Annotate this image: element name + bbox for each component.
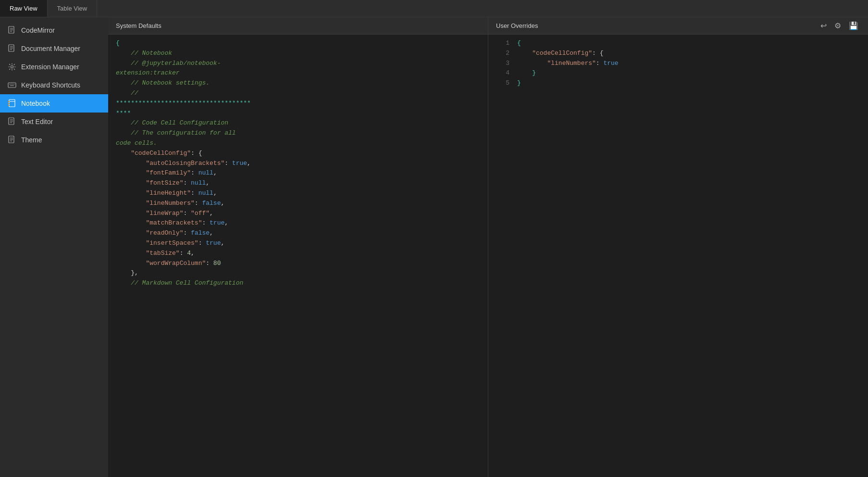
code-line: "matchBrackets": true, <box>108 218 488 228</box>
sidebar-item-extension-manager[interactable]: Extension Manager <box>0 58 108 76</box>
code-line: 1 { <box>488 38 868 49</box>
system-defaults-pane: System Defaults { // Notebook // @jupyte… <box>108 17 488 477</box>
code-line: ************************************ <box>108 99 488 109</box>
sidebar-item-label: Extension Manager <box>21 63 79 71</box>
sidebar-item-label: Theme <box>21 136 42 144</box>
code-line: 5 } <box>488 78 868 88</box>
code-line: extension:tracker <box>108 68 488 78</box>
sidebar-item-theme[interactable]: Theme <box>0 131 108 149</box>
code-line: // The configuration for all <box>108 128 488 138</box>
code-line: code cells. <box>108 138 488 149</box>
code-line: 3 "lineNumbers": true <box>488 59 868 69</box>
file-icon-text <box>8 117 16 126</box>
main-layout: CodeMirror Document Manager Extensio <box>0 17 868 477</box>
code-line: "tabSize": 4, <box>108 249 488 259</box>
code-line: "fontSize": null, <box>108 178 488 188</box>
code-line: }, <box>108 268 488 278</box>
user-overrides-pane: User Overrides ↩ ⚙ 💾 1 { 2 "codeCellC <box>488 17 868 477</box>
code-line: "insertSpaces": true, <box>108 238 488 249</box>
code-line: 2 "codeCellConfig": { <box>488 49 868 59</box>
sidebar-item-keyboard-shortcuts[interactable]: Keyboard Shortcuts <box>0 76 108 94</box>
code-line: "wordWrapColumn": 80 <box>108 259 488 269</box>
system-defaults-editor[interactable]: { // Notebook // @jupyterlab/notebook- e… <box>108 35 488 477</box>
code-line: // Code Cell Configuration <box>108 118 488 128</box>
sidebar-item-label: CodeMirror <box>21 26 55 34</box>
code-line: // Notebook <box>108 49 488 59</box>
undo-button[interactable]: ↩ <box>818 21 829 31</box>
file-icon-theme <box>8 136 16 144</box>
pane-toolbar: ↩ ⚙ 💾 <box>818 21 860 31</box>
settings-button[interactable]: ⚙ <box>832 21 843 31</box>
sidebar-item-label: Notebook <box>21 100 50 107</box>
code-line: **** <box>108 109 488 119</box>
svg-rect-19 <box>8 105 10 106</box>
content-area: System Defaults { // Notebook // @jupyte… <box>108 17 868 477</box>
code-line: { <box>108 38 488 49</box>
code-line: 4 } <box>488 68 868 78</box>
code-line: "fontFamily": null, <box>108 168 488 178</box>
file-icon-doc <box>8 44 16 53</box>
sidebar-item-text-editor[interactable]: Text Editor <box>0 113 108 131</box>
code-line: "lineNumbers": false, <box>108 199 488 209</box>
code-line: // Markdown Cell Configuration <box>108 278 488 289</box>
gear-icon <box>8 63 16 71</box>
notebook-icon <box>8 99 16 108</box>
file-icon <box>8 26 16 35</box>
editor-panes: System Defaults { // Notebook // @jupyte… <box>108 17 868 477</box>
svg-rect-9 <box>8 83 16 88</box>
tab-raw-view[interactable]: Raw View <box>0 0 48 17</box>
sidebar-item-notebook[interactable]: Notebook <box>0 94 108 113</box>
sidebar-item-label: Text Editor <box>21 118 53 126</box>
svg-point-8 <box>11 66 13 68</box>
sidebar-item-label: Keyboard Shortcuts <box>21 81 80 89</box>
tab-bar: Raw View Table View <box>0 0 868 17</box>
code-line: // @jupyterlab/notebook- <box>108 59 488 69</box>
code-line: "lineHeight": null, <box>108 188 488 199</box>
save-button[interactable]: 💾 <box>847 21 860 31</box>
user-overrides-header: User Overrides ↩ ⚙ 💾 <box>488 17 868 35</box>
system-defaults-header: System Defaults <box>108 17 488 35</box>
sidebar-item-document-manager[interactable]: Document Manager <box>0 39 108 58</box>
svg-rect-18 <box>8 103 10 104</box>
code-line: "autoClosingBrackets": true, <box>108 159 488 169</box>
code-line: // <box>108 88 488 99</box>
svg-rect-15 <box>9 100 15 107</box>
user-overrides-editor[interactable]: 1 { 2 "codeCellConfig": { 3 "lineNumbers… <box>488 35 868 477</box>
keyboard-icon <box>8 81 16 89</box>
svg-rect-17 <box>8 101 10 102</box>
sidebar-item-codemirror[interactable]: CodeMirror <box>0 21 108 39</box>
tab-table-view[interactable]: Table View <box>48 0 98 17</box>
sidebar-item-label: Document Manager <box>21 45 80 52</box>
code-line: "lineWrap": "off", <box>108 209 488 219</box>
code-line: // Notebook settings. <box>108 78 488 88</box>
sidebar: CodeMirror Document Manager Extensio <box>0 17 108 477</box>
code-line: "readOnly": false, <box>108 228 488 238</box>
code-line: "codeCellConfig": { <box>108 149 488 159</box>
